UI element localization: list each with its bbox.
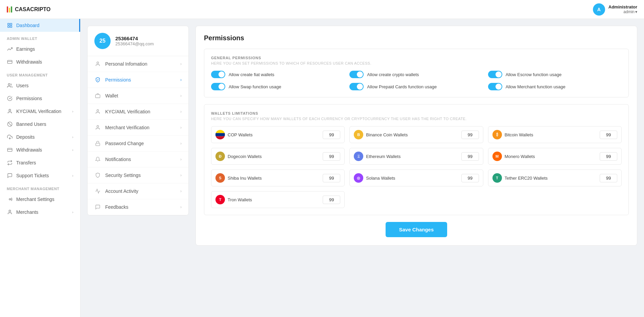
user-panel-name: 25366474	[115, 36, 154, 41]
wallet-item-eth: Ξ Ethereum Wallets	[349, 148, 483, 165]
toggle-label-prepaid-cards: Allow Prepaid Cards function usage	[367, 84, 437, 89]
wallet-cop-input[interactable]	[323, 131, 340, 139]
user-panel-email: 25366474@qq.com	[115, 41, 154, 46]
wallet-usdt-input[interactable]	[600, 174, 617, 182]
wallet-item-sol: ◎ Solana Wallets	[349, 169, 483, 186]
toggle-switch-swap[interactable]	[211, 83, 225, 90]
general-permissions-label: GENERAL PERMISSIONS	[211, 56, 622, 60]
toggle-merchant: Allow Merchant function usage	[488, 83, 622, 90]
svg-rect-23	[215, 136, 225, 139]
sidebar-item-users[interactable]: Users	[0, 79, 80, 92]
svg-rect-22	[215, 133, 225, 136]
wallet-sol-input[interactable]	[461, 174, 479, 182]
earnings-icon	[7, 46, 13, 52]
menu-item-label: Account Activity	[105, 188, 138, 194]
wallet-eth-input[interactable]	[461, 152, 479, 161]
wallet-item-bnb: B Binance Coin Wallets	[349, 126, 483, 143]
panel-menu-merchant-verification[interactable]: Merchant Verification ›	[88, 120, 188, 136]
panel-menu-permissions[interactable]: Permissions ›	[88, 72, 188, 88]
user-display-name: Administrator	[608, 4, 637, 9]
svg-rect-1	[10, 23, 12, 25]
svg-line-9	[8, 122, 11, 126]
sidebar-item-withdrawals[interactable]: Withdrawals ›	[0, 143, 80, 156]
sidebar-item-label: Withdrawals	[16, 59, 42, 65]
sidebar-item-banned-users[interactable]: Banned Users	[0, 118, 80, 131]
panel-menu-password-change[interactable]: Password Change ›	[88, 136, 188, 152]
general-permissions-desc: HERE YOU CAN SET PERMISSIONS TO WHICH OF…	[211, 61, 622, 65]
sidebar-item-label: Merchant Settings	[16, 197, 54, 202]
btc-icon: ₿	[492, 130, 502, 139]
chevron-right-icon: ›	[72, 174, 73, 178]
user-area[interactable]: A Administrator admin ▾	[593, 3, 637, 16]
sidebar-item-transfers[interactable]: Transfers	[0, 156, 80, 169]
menu-item-label: Personal Infomation	[105, 61, 147, 67]
sidebar-item-label: Deposits	[16, 134, 34, 140]
chevron-right-icon: ›	[180, 205, 182, 209]
panel-menu-notifications[interactable]: Notifications ›	[88, 152, 188, 167]
dashboard-icon	[7, 22, 13, 28]
sidebar-item-kyc-aml[interactable]: KYC/AML Verification ›	[0, 105, 80, 118]
sidebar-item-label: Withdrawals	[16, 147, 42, 153]
sidebar-item-label: Users	[16, 83, 29, 88]
permissions-title: Permissions	[204, 34, 629, 42]
person-icon	[94, 61, 101, 67]
withdrawals2-icon	[7, 147, 13, 153]
toggle-switch-prepaid-cards[interactable]	[349, 83, 364, 90]
toggle-label-fiat-wallets: Allow create fiat wallets	[229, 72, 274, 77]
sidebar-section-merchant-mgmt: Merchant Management	[0, 182, 80, 193]
check-shield-icon	[94, 76, 101, 83]
sidebar-item-earnings[interactable]: Earnings	[0, 43, 80, 55]
chevron-right-icon: ›	[180, 141, 182, 146]
user-panel-header: 25 25366474 25366474@qq.com	[88, 26, 188, 56]
sidebar-item-merchants[interactable]: Merchants ›	[0, 206, 80, 219]
support-icon	[7, 173, 13, 179]
wallets-limitations-label: WALLETS LIMITATIONS	[211, 111, 622, 115]
panel-menu-account-activity[interactable]: Account Activity ›	[88, 183, 188, 199]
toggle-switch-fiat-wallets[interactable]	[211, 71, 225, 78]
wallet-btc-input[interactable]	[600, 131, 617, 139]
wallet-item-xmr: M Monero Wallets	[488, 148, 622, 165]
wallet-tron-input[interactable]	[323, 196, 340, 204]
usdt-icon: T	[492, 173, 502, 183]
save-changes-button[interactable]: Save Changes	[386, 222, 447, 237]
wallet-bnb-input[interactable]	[461, 131, 479, 139]
sidebar-item-deposits[interactable]: Deposits ›	[0, 131, 80, 143]
sidebar-item-merchant-settings[interactable]: Merchant Settings	[0, 193, 80, 206]
kyc-icon	[7, 108, 13, 114]
panel-menu-security-settings[interactable]: Security Settings ›	[88, 167, 188, 183]
panel-menu-feedbacks[interactable]: Feedbacks ›	[88, 199, 188, 215]
toggle-label-escrow: Allow Escrow function usage	[506, 72, 561, 77]
panel-menu-wallet[interactable]: Wallet ›	[88, 88, 188, 104]
wallet-xmr-input[interactable]	[600, 152, 617, 161]
sidebar-item-label: Merchants	[16, 209, 38, 215]
wallet-item-cop: COP Wallets	[211, 126, 345, 143]
toggle-label-merchant: Allow Merchant function usage	[506, 84, 566, 89]
menu-item-label: KYC/AML Verification	[105, 109, 150, 114]
toggles-grid: Allow create fiat wallets Allow create c…	[211, 71, 622, 90]
chevron-right-icon: ›	[180, 109, 182, 114]
permissions-panel: Permissions GENERAL PERMISSIONS HERE YOU…	[196, 26, 637, 246]
menu-item-label: Permissions	[105, 77, 131, 83]
panel-menu-kyc-aml[interactable]: KYC/AML Verification ›	[88, 104, 188, 120]
toggle-crypto-wallets: Allow create crypto wallets	[349, 71, 483, 78]
banned-icon	[7, 121, 13, 127]
chevron-right-icon: ›	[180, 125, 182, 130]
sidebar-section-admin-wallet: Admin Wallet	[0, 32, 80, 43]
wallet-shib-input[interactable]	[323, 174, 340, 182]
wallet-btc-name: Bitcoin Wallets	[505, 132, 597, 137]
layout: Dashboard Admin Wallet Earnings Withdraw…	[0, 19, 644, 317]
toggle-switch-escrow[interactable]	[488, 71, 502, 78]
panel-menu-personal-info[interactable]: Personal Infomation ›	[88, 56, 188, 72]
sidebar-item-support-tickets[interactable]: Support Tickets ›	[0, 169, 80, 182]
sidebar-item-withdrawals-admin[interactable]: Withdrawals	[0, 55, 80, 68]
sidebar-item-permissions[interactable]: Permissions	[0, 92, 80, 105]
user-avatar: A	[593, 3, 605, 16]
wallets-grid: COP Wallets B Binance Coin Wallets ₿ Bit…	[211, 126, 622, 208]
toggle-switch-merchant[interactable]	[488, 83, 502, 90]
wallet-doge-input[interactable]	[323, 152, 340, 161]
doge-icon: Ð	[215, 152, 225, 161]
toggle-switch-crypto-wallets[interactable]	[349, 71, 364, 78]
sidebar-item-label: Support Tickets	[16, 173, 49, 178]
svg-point-14	[9, 210, 10, 212]
sidebar-item-dashboard[interactable]: Dashboard	[0, 19, 80, 32]
